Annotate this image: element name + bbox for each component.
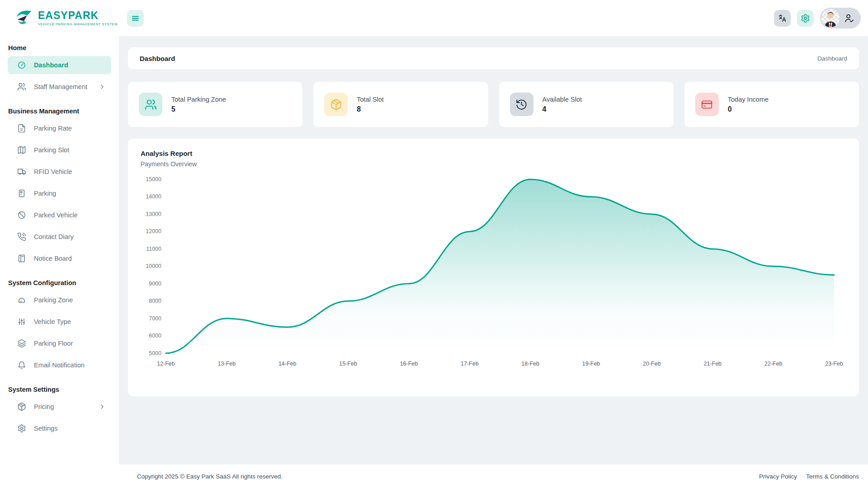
sidebar-item-parking-zone[interactable]: Parking Zone bbox=[8, 291, 111, 309]
stat-value: 0 bbox=[728, 105, 769, 113]
users-icon bbox=[139, 93, 162, 116]
layers-icon bbox=[17, 339, 26, 348]
svg-text:15000: 15000 bbox=[146, 176, 161, 183]
sidebar-section-system-settings: System Settings bbox=[8, 386, 111, 393]
brand-name: EASYPARK bbox=[38, 10, 118, 21]
page-title: Dashboard bbox=[140, 55, 175, 62]
stat-label: Total Parking Zone bbox=[171, 96, 226, 103]
sidebar-toggle-button[interactable] bbox=[127, 10, 144, 27]
sidebar-item-label: Email Notification bbox=[34, 361, 85, 369]
breadcrumb[interactable]: Dashboard bbox=[817, 55, 847, 62]
stat-card-total-parking-zone: Total Parking Zone5 bbox=[128, 82, 302, 127]
settings-button[interactable] bbox=[797, 10, 814, 27]
sidebar-item-email-notification[interactable]: Email Notification bbox=[8, 356, 111, 374]
bell-icon bbox=[17, 361, 26, 370]
gear-icon bbox=[801, 14, 810, 23]
sidebar-item-parking-slot[interactable]: Parking Slot bbox=[8, 141, 111, 159]
profile-menu-button[interactable] bbox=[820, 8, 861, 28]
area-chart-svg: 5000600070008000900010000110001200013000… bbox=[141, 174, 846, 373]
topbar: EASYPARK VEHICLE PARKING MANAGEMENT SYST… bbox=[0, 0, 868, 36]
settings-icon bbox=[17, 424, 26, 433]
svg-text:9000: 9000 bbox=[149, 281, 161, 287]
sidebar-item-label: Staff Management bbox=[34, 83, 87, 90]
sliders-icon bbox=[17, 317, 26, 326]
sidebar-section-business-management: Business Management bbox=[8, 108, 111, 115]
package-icon bbox=[324, 93, 348, 116]
brand-tagline: VEHICLE PARKING MANAGEMENT SYSTEM bbox=[38, 22, 118, 26]
sidebar-item-notice-board[interactable]: Notice Board bbox=[8, 249, 111, 267]
stat-value: 4 bbox=[542, 105, 582, 113]
sidebar-item-label: Dashboard bbox=[34, 61, 68, 69]
analysis-report-card: Analysis Report Payments Overview 500060… bbox=[128, 139, 859, 396]
sidebar-item-dashboard[interactable]: Dashboard bbox=[8, 56, 111, 74]
footer-link-privacy-policy[interactable]: Privacy Policy bbox=[759, 473, 797, 480]
svg-text:16-Feb: 16-Feb bbox=[400, 361, 418, 367]
sidebar-item-parking[interactable]: Parking bbox=[8, 184, 111, 202]
svg-text:14-Feb: 14-Feb bbox=[278, 361, 297, 367]
users-icon bbox=[17, 82, 26, 91]
chart-title: Analysis Report bbox=[141, 150, 846, 157]
sidebar-item-contact-diary[interactable]: Contact Diary bbox=[8, 228, 111, 246]
copyright-text: Copyright 2025 © Easy Park SaaS All righ… bbox=[137, 473, 283, 480]
sidebar-item-label: Parking Zone bbox=[34, 296, 73, 304]
notice-board-icon bbox=[17, 254, 26, 263]
sidebar: HomeDashboardStaff ManagementBusiness Ma… bbox=[0, 36, 119, 488]
file-text-icon bbox=[17, 124, 26, 133]
svg-text:6000: 6000 bbox=[149, 333, 161, 339]
translate-button[interactable] bbox=[774, 10, 791, 27]
sidebar-item-parking-rate[interactable]: Parking Rate bbox=[8, 119, 111, 137]
svg-text:15-Feb: 15-Feb bbox=[339, 361, 357, 367]
ban-icon bbox=[17, 211, 26, 220]
chevron-right-icon bbox=[99, 403, 106, 410]
sidebar-item-rfid-vehicle[interactable]: RFID Vehicle bbox=[8, 163, 111, 181]
brand-logo[interactable]: EASYPARK VEHICLE PARKING MANAGEMENT SYST… bbox=[0, 8, 119, 28]
user-check-icon bbox=[844, 13, 854, 23]
footer: Copyright 2025 © Easy Park SaaS All righ… bbox=[0, 465, 868, 488]
phone-call-icon bbox=[17, 232, 26, 241]
sidebar-item-label: Parked Vehicle bbox=[34, 211, 78, 219]
stat-label: Total Slot bbox=[357, 96, 384, 103]
sidebar-item-label: RFID Vehicle bbox=[34, 168, 72, 175]
chevron-right-icon bbox=[99, 83, 106, 90]
truck-icon bbox=[17, 167, 26, 176]
page-header: Dashboard Dashboard bbox=[128, 47, 859, 69]
footer-link-terms-conditions[interactable]: Terms & Conditions bbox=[806, 473, 859, 480]
svg-text:22-Feb: 22-Feb bbox=[764, 361, 783, 367]
stat-card-today-income: Today Income0 bbox=[684, 82, 859, 127]
sidebar-item-parked-vehicle[interactable]: Parked Vehicle bbox=[8, 206, 111, 224]
sidebar-item-label: Parking Rate bbox=[34, 125, 72, 132]
svg-text:13000: 13000 bbox=[146, 211, 161, 217]
translate-icon bbox=[778, 14, 787, 23]
svg-text:8000: 8000 bbox=[149, 298, 161, 304]
easypark-logo-icon bbox=[14, 8, 34, 28]
stat-label: Available Slot bbox=[542, 96, 582, 103]
car-zone-icon bbox=[17, 296, 26, 305]
chart-subtitle: Payments Overview bbox=[141, 160, 846, 168]
svg-text:20-Feb: 20-Feb bbox=[643, 361, 661, 367]
sidebar-item-vehicle-type[interactable]: Vehicle Type bbox=[8, 313, 111, 331]
sidebar-item-label: Parking bbox=[34, 190, 56, 197]
svg-text:21-Feb: 21-Feb bbox=[703, 361, 722, 367]
package-icon bbox=[17, 402, 26, 411]
svg-text:12-Feb: 12-Feb bbox=[157, 361, 175, 367]
sidebar-item-staff-management[interactable]: Staff Management bbox=[8, 78, 111, 96]
svg-text:5000: 5000 bbox=[149, 350, 161, 357]
menu-icon bbox=[131, 14, 140, 23]
stat-value: 5 bbox=[171, 105, 226, 113]
svg-text:23-Feb: 23-Feb bbox=[825, 361, 843, 367]
sidebar-item-settings[interactable]: Settings bbox=[8, 419, 111, 437]
sidebar-item-label: Notice Board bbox=[34, 255, 72, 262]
sidebar-item-label: Contact Diary bbox=[34, 233, 74, 240]
sidebar-section-system-configuration: System Configuration bbox=[8, 279, 111, 286]
sidebar-item-parking-floor[interactable]: Parking Floor bbox=[8, 334, 111, 352]
svg-text:10000: 10000 bbox=[146, 263, 161, 269]
svg-text:14000: 14000 bbox=[146, 193, 161, 200]
sidebar-item-label: Vehicle Type bbox=[34, 318, 71, 325]
sidebar-item-label: Parking Slot bbox=[34, 146, 69, 154]
svg-text:18-Feb: 18-Feb bbox=[521, 361, 539, 367]
stat-card-available-slot: Available Slot4 bbox=[499, 82, 674, 127]
stat-value: 8 bbox=[357, 105, 384, 113]
stat-label: Today Income bbox=[728, 96, 769, 103]
sidebar-item-pricing[interactable]: Pricing bbox=[8, 398, 111, 416]
sidebar-item-label: Pricing bbox=[34, 403, 54, 410]
